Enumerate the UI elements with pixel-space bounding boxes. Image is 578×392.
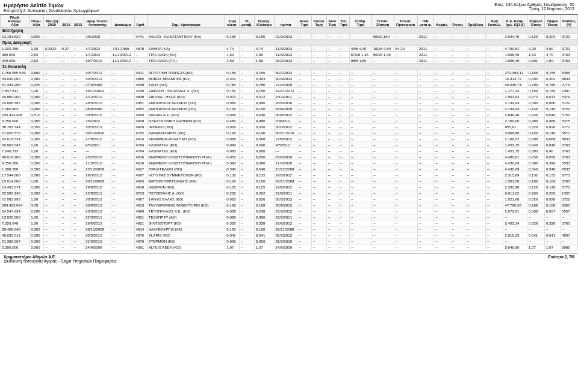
table-cell: -- bbox=[72, 184, 84, 190]
table-cell: -- bbox=[485, 220, 503, 226]
table-cell: -- bbox=[239, 76, 254, 82]
table-cell: 4616 bbox=[134, 160, 147, 166]
table-cell: -- bbox=[239, 190, 254, 196]
table-cell: -- bbox=[60, 130, 72, 136]
table-cell: -- bbox=[417, 160, 434, 166]
table-cell: -- bbox=[111, 172, 134, 178]
table-cell: -- bbox=[434, 172, 450, 178]
table-cell: -- bbox=[349, 190, 371, 196]
table-cell: -- bbox=[465, 196, 486, 202]
table-cell: -- bbox=[326, 70, 338, 76]
table-cell: 3533 bbox=[560, 160, 577, 166]
table-cell: -- bbox=[485, 244, 503, 250]
table-cell: 0,057 bbox=[544, 208, 560, 214]
table-cell: ΕΙΚΟΝΑ - ΗΧΟΣ (ΚΟ) bbox=[147, 94, 225, 100]
report-date: Τρίτη, 12 Μαρτίου, 2013 bbox=[494, 7, 574, 11]
section-header-row: Προς Διαγραφή bbox=[1, 40, 578, 46]
table-cell: 0,204 bbox=[544, 34, 560, 40]
table-cell: -- bbox=[371, 94, 394, 100]
table-cell: -- bbox=[485, 118, 503, 124]
table-cell: 19/8/2012 bbox=[84, 184, 111, 190]
table-cell: -- bbox=[417, 112, 434, 118]
table-cell: -- bbox=[349, 94, 371, 100]
section-header-label: Επιτήρηση bbox=[1, 28, 578, 34]
table-cell: 4914 bbox=[134, 136, 147, 142]
table-row: 21.920.5700,300------30/11/2010--4702ΚΑΡ… bbox=[1, 130, 578, 136]
table-cell: 2773 bbox=[560, 82, 577, 88]
table-cell: -- bbox=[394, 142, 417, 148]
table-cell: 0,038 bbox=[225, 208, 240, 214]
table-cell: -- bbox=[60, 220, 72, 226]
table-cell: -- bbox=[349, 226, 371, 232]
table-cell: -- bbox=[111, 118, 134, 124]
table-cell: 30/8/2012 bbox=[84, 112, 111, 118]
table-cell: -- bbox=[239, 100, 254, 106]
table-cell: 0,038 bbox=[527, 208, 544, 214]
table-cell: -- bbox=[326, 202, 338, 208]
footer-company: Χρηματιστήριο Αθηνών Α.Ε. bbox=[4, 255, 117, 259]
table-cell: -- bbox=[311, 142, 326, 148]
table-cell: -- bbox=[326, 124, 338, 130]
table-cell: 0,350 bbox=[30, 124, 44, 130]
table-cell: -- bbox=[338, 82, 349, 88]
table-cell: 2.072,81 bbox=[503, 208, 527, 214]
col-kef: Κεφάλ. bbox=[434, 15, 450, 28]
table-cell: -- bbox=[60, 106, 72, 112]
table-cell: -- bbox=[43, 214, 60, 220]
table-cell: -- bbox=[465, 142, 486, 148]
table-cell: -- bbox=[465, 160, 486, 166]
table-cell: -- bbox=[72, 52, 84, 58]
table-cell: 0,140 bbox=[254, 130, 274, 136]
table-cell: -- bbox=[417, 76, 434, 82]
table-cell: 30/11/2010 bbox=[84, 130, 111, 136]
table-cell: 0,780 bbox=[527, 82, 544, 88]
table-cell: -- bbox=[338, 160, 349, 166]
table-row: 24.619.5240,300------27/8/2012--4914ΚΕΡΑ… bbox=[1, 136, 578, 142]
table-cell: -- bbox=[485, 70, 503, 76]
table-cell: -- bbox=[450, 34, 465, 40]
table-cell: -- bbox=[371, 178, 394, 184]
table-cell: 27/8/2012 bbox=[84, 136, 111, 142]
table-cell: -- bbox=[239, 196, 254, 202]
table-cell: -- bbox=[326, 76, 338, 82]
section-header-label: Προς Διαγραφή bbox=[1, 40, 578, 46]
table-cell: 2,83 bbox=[30, 52, 44, 58]
table-cell: -- bbox=[465, 184, 486, 190]
table-cell: -- bbox=[485, 94, 503, 100]
table-cell: -- bbox=[60, 196, 72, 202]
table-cell: 29/3/2012 bbox=[84, 172, 111, 178]
table-cell: 51.334.286 bbox=[1, 82, 30, 88]
table-cell: 1/7/2004 bbox=[84, 52, 111, 58]
table-cell: -- bbox=[450, 226, 465, 232]
table-cell: -- bbox=[60, 184, 72, 190]
table-cell: 25/2/2010 bbox=[274, 154, 297, 160]
table-cell: -- bbox=[450, 142, 465, 148]
table-cell: 4929 bbox=[134, 118, 147, 124]
col-hmer2: ημ/νία bbox=[274, 15, 297, 28]
table-cell: 8355 bbox=[560, 202, 577, 208]
table-cell: 1,69 bbox=[254, 52, 274, 58]
table-cell: -- bbox=[434, 76, 450, 82]
table-cell: 8633 bbox=[560, 136, 577, 142]
table-cell: 7.326.648 bbox=[1, 220, 30, 226]
table-cell: 1.021,68 bbox=[503, 196, 527, 202]
table-cell: -- bbox=[485, 232, 503, 238]
table-cell: -- bbox=[450, 220, 465, 226]
table-cell: -- bbox=[72, 232, 84, 238]
table-cell: -- bbox=[239, 238, 254, 244]
table-cell: -- bbox=[326, 106, 338, 112]
table-cell: 1,59 bbox=[254, 58, 274, 64]
table-cell: -- bbox=[111, 202, 134, 208]
table-cell: -- bbox=[239, 202, 254, 208]
table-cell: -- bbox=[527, 238, 544, 244]
table-cell: -- bbox=[450, 202, 465, 208]
table-cell: -- bbox=[297, 154, 311, 160]
table-cell: -- bbox=[338, 94, 349, 100]
table-cell: 0,480 bbox=[254, 118, 274, 124]
table-cell: -- bbox=[417, 220, 434, 226]
table-cell: -- bbox=[311, 52, 326, 58]
table-cell: 4702 bbox=[134, 130, 147, 136]
table-cell: -- bbox=[465, 130, 486, 136]
table-cell: 3763 bbox=[560, 154, 577, 160]
table-cell: 3.068,88 bbox=[503, 130, 527, 136]
